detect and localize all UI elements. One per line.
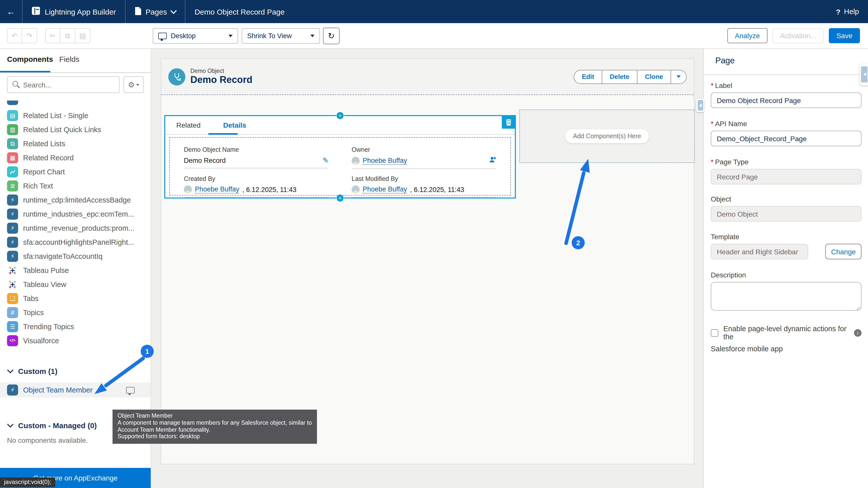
field-value: Demo Record	[184, 157, 226, 164]
report-chart-icon	[7, 166, 18, 177]
component-item[interactable]: Report Chart	[0, 165, 151, 179]
clipboard-group: ✂ ⧉ ▤	[45, 28, 90, 43]
component-item[interactable]: ▦ Related Record	[0, 151, 151, 165]
view-zoom-select[interactable]: Shrink To View	[242, 28, 320, 43]
refresh-button[interactable]: ↻	[323, 27, 340, 44]
modified-by-link[interactable]: Phoebe Buffay	[363, 185, 407, 193]
clone-button[interactable]: Clone	[637, 70, 671, 83]
paste-button[interactable]: ▤	[75, 28, 90, 43]
cut-button[interactable]: ✂	[45, 28, 60, 43]
copy-button[interactable]: ⧉	[60, 28, 75, 43]
component-item[interactable]: ⚡ sfa:accountHighlightsPanelRight...	[0, 235, 151, 249]
settings-menu-button[interactable]: ⚙	[124, 77, 144, 93]
component-item[interactable]: </> Visualforce	[0, 334, 151, 348]
undo-button[interactable]: ↶	[7, 28, 22, 43]
pages-menu[interactable]: Pages	[126, 0, 185, 23]
page-properties-panel: Page *Label *API Name *Page Type Object …	[703, 48, 868, 488]
page-canvas: Demo Object Demo Record Edit Delete Clon…	[161, 58, 694, 464]
record-header-region[interactable]: Demo Object Demo Record Edit Delete Clon…	[161, 59, 694, 95]
field-demo-object-name: Demo Object Name Demo Record ✎	[184, 146, 329, 169]
search-input[interactable]	[7, 77, 120, 93]
component-item[interactable]: ⧉ Related Lists	[0, 137, 151, 151]
lightning-component-icon: ⚡	[7, 223, 18, 234]
edit-pencil-icon[interactable]: ✎	[323, 156, 329, 164]
undo-icon: ↶	[11, 32, 17, 40]
info-icon[interactable]: i	[854, 329, 862, 336]
owner-link[interactable]: Phoebe Buffay	[363, 157, 407, 164]
help-label: Help	[844, 7, 859, 16]
label-input[interactable]	[711, 92, 862, 108]
edge-collapse-button[interactable]	[860, 63, 868, 86]
lightning-component-icon: ⚡	[7, 209, 18, 220]
page-type-input	[711, 169, 862, 184]
caret-down-icon	[136, 84, 139, 87]
dynamic-actions-checkbox-group: Enable page-level dynamic actions for th…	[711, 325, 862, 353]
delete-button[interactable]: Delete	[602, 70, 637, 83]
component-item[interactable]: ⚡ runtime_cdp:limitedAccessBadge	[0, 193, 151, 207]
tab-details[interactable]: Details	[223, 121, 246, 129]
trending-topics-icon: ☰	[7, 321, 18, 332]
component-item[interactable]: ☰ Trending Topics	[0, 319, 151, 334]
tableau-icon	[7, 279, 18, 290]
redo-button[interactable]: ↷	[22, 28, 37, 43]
activation-button[interactable]: Activation...	[772, 28, 824, 43]
record-tabs-bar: Related Details	[165, 116, 515, 135]
clipped-component-icon	[7, 100, 18, 105]
lightning-component-icon: ⚡	[7, 237, 18, 248]
page-icon	[135, 7, 141, 16]
change-owner-icon[interactable]	[489, 156, 496, 165]
component-item[interactable]: Tableau Pulse	[0, 263, 151, 277]
component-item[interactable]: ▤ Related List - Single	[0, 109, 151, 123]
dynamic-actions-checkbox[interactable]	[711, 329, 718, 336]
component-item[interactable]: Tableau View	[0, 277, 151, 292]
page-type-field-group: *Page Type	[711, 158, 862, 184]
redo-icon: ↷	[26, 32, 32, 40]
component-dropzone[interactable]: Add Component(s) Here	[519, 110, 695, 163]
tab-components[interactable]: Components	[7, 55, 53, 63]
component-item[interactable]: ❏ Tabs	[0, 292, 151, 306]
undo-redo-group: ↶ ↷	[7, 28, 37, 43]
refresh-icon: ↻	[328, 31, 335, 40]
help-menu[interactable]: ? Help	[827, 0, 868, 23]
change-template-button[interactable]: Change	[825, 244, 862, 259]
divider	[704, 74, 868, 75]
record-detail-region: Demo Object Name Demo Record ✎ Owner Pho…	[169, 137, 511, 195]
device-select[interactable]: Desktop	[153, 28, 238, 43]
analyze-button[interactable]: Analyze	[727, 28, 768, 43]
api-name-field-group: *API Name	[711, 120, 862, 146]
object-field-group: Object	[711, 195, 862, 222]
more-actions-button[interactable]	[671, 70, 686, 83]
tab-fields[interactable]: Fields	[59, 55, 80, 63]
panel-collapse-button[interactable]	[696, 98, 704, 112]
component-tooltip: Object Team Member A component to manage…	[113, 409, 317, 444]
selected-tabs-component[interactable]: + + Related Details Demo Object Name	[164, 115, 516, 199]
component-item[interactable]: ⚡ runtime_revenue_products:prom...	[0, 221, 151, 235]
component-item[interactable]: ⚡ runtime_industries_epc:ecmTem...	[0, 207, 151, 221]
required-marker: *	[711, 158, 714, 166]
monitor-icon	[158, 32, 167, 39]
component-item[interactable]: # Topics	[0, 306, 151, 319]
dropzone-label: Add Component(s) Here	[565, 129, 649, 143]
api-name-input[interactable]	[711, 131, 862, 146]
caret-down-icon	[677, 75, 681, 80]
component-item[interactable]: ▥ Related List Quick Links	[0, 123, 151, 137]
custom-section-header[interactable]: Custom (1)	[0, 364, 151, 377]
back-button[interactable]: ←	[0, 0, 22, 23]
top-navbar: ← Lightning App Builder Pages Demo Objec…	[0, 0, 868, 23]
save-button[interactable]: Save	[829, 28, 860, 43]
component-item[interactable]: ≣ Rich Text	[0, 179, 151, 193]
created-by-link[interactable]: Phoebe Buffay	[195, 185, 239, 193]
component-item-object-team-member[interactable]: ⚡ Object Team Member	[0, 383, 151, 398]
toolbar-actions: Analyze Activation... Save	[727, 28, 860, 43]
topics-icon: #	[7, 307, 18, 318]
description-textarea[interactable]	[711, 282, 862, 311]
object-input	[711, 206, 862, 222]
edit-button[interactable]: Edit	[575, 70, 602, 83]
required-marker: *	[711, 120, 714, 128]
tab-related[interactable]: Related	[176, 121, 201, 129]
component-item[interactable]: ⚡ sfa:navigateToAccountIq	[0, 249, 151, 263]
tabs-icon: ❏	[7, 293, 18, 304]
avatar	[352, 157, 360, 164]
clipboard-icon: ▤	[80, 32, 86, 40]
related-record-icon: ▦	[7, 152, 18, 163]
